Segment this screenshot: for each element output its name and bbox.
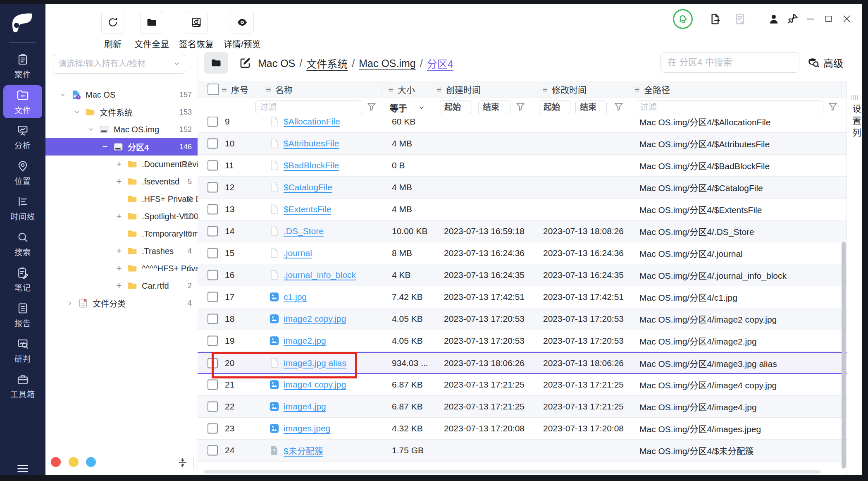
tree-item[interactable]: + .DocumentRevisi... 12	[45, 156, 198, 173]
table-row[interactable]: 24 $未分配簇 1.75 GB Mac OS.img/分区4/$未分配簇	[198, 440, 847, 462]
collapse-panel-icon[interactable]	[177, 457, 188, 468]
sig-restore-button[interactable]: 签名恢复	[179, 4, 214, 50]
file-name-link[interactable]: image2 copy.jpg	[284, 314, 346, 324]
sidebar-item-timeline[interactable]: 时间线	[3, 195, 42, 222]
tree-item[interactable]: Mac OS 157	[45, 86, 198, 103]
tree-expander[interactable]	[72, 109, 81, 115]
export-file-icon[interactable]	[708, 12, 722, 26]
tree-expander[interactable]	[65, 300, 74, 306]
file-name-link[interactable]: image4.jpg	[284, 402, 326, 412]
file-name-link[interactable]: image3.jpg alias	[284, 358, 346, 368]
edit-path-icon[interactable]	[239, 57, 251, 69]
chevron-down-icon[interactable]	[88, 126, 94, 133]
column-menu-icon[interactable]	[541, 86, 548, 93]
column-header-index[interactable]: 序号	[221, 81, 248, 98]
tree-item[interactable]: − 分区4 146	[45, 138, 198, 156]
chevron-down-icon[interactable]	[60, 91, 66, 98]
tree-item[interactable]: .HFS+ Private Dire... 0	[45, 190, 198, 208]
sidebar-item-case[interactable]: 案件	[3, 53, 42, 79]
column-menu-icon[interactable]	[436, 86, 443, 93]
table-row[interactable]: 14 .DS_Store 10.00 KB 2023-07-13 16:59:1…	[198, 220, 847, 242]
modified-end-input[interactable]	[575, 101, 607, 114]
table-row[interactable]: 15 .journal 8 MB 2023-07-13 16:24:36 202…	[198, 242, 847, 264]
path-funnel-icon[interactable]	[827, 101, 838, 112]
column-menu-icon[interactable]	[387, 86, 394, 93]
sidebar-item-research[interactable]: 研判	[3, 337, 42, 364]
row-checkbox[interactable]	[207, 380, 218, 390]
row-checkbox[interactable]	[207, 160, 218, 171]
hamburger-menu-icon[interactable]	[16, 462, 30, 475]
column-menu-icon[interactable]	[265, 86, 272, 93]
created-funnel-icon[interactable]	[515, 101, 526, 112]
file-name-link[interactable]: .journal_info_block	[284, 270, 356, 280]
file-name-link[interactable]: $ExtentsFile	[284, 204, 331, 214]
row-checkbox[interactable]	[207, 358, 218, 368]
show-all-button[interactable]: 文件全显	[134, 4, 169, 50]
tree-item[interactable]: .TemporaryItems 0	[45, 225, 198, 242]
sidebar-item-toolbox[interactable]: 工具箱	[3, 373, 42, 400]
row-checkbox[interactable]	[207, 139, 218, 149]
file-name-link[interactable]: c1.jpg	[284, 292, 307, 302]
table-row[interactable]: 9 $AllocationFile 60 KB Mac OS.img/分区4/$…	[198, 117, 847, 133]
modified-start-input[interactable]	[539, 101, 570, 114]
select-all-checkbox[interactable]	[207, 84, 219, 95]
tree-expander[interactable]	[86, 126, 95, 133]
tree-expander[interactable]: −	[100, 141, 110, 152]
row-checkbox[interactable]	[207, 314, 218, 324]
pin-icon[interactable]	[787, 12, 799, 25]
tree-expander[interactable]: +	[114, 263, 124, 274]
preview-button[interactable]: 详情/预览	[224, 4, 261, 50]
breadcrumb-segment[interactable]: Mac OS.img	[359, 57, 416, 69]
file-name-link[interactable]: image2.jpg	[284, 336, 326, 346]
row-checkbox[interactable]	[207, 182, 218, 193]
table-row[interactable]: 11 $BadBlockFile 0 B Mac OS.img/分区4/$Bad…	[198, 155, 847, 177]
breadcrumb-segment[interactable]: 文件系统	[306, 56, 348, 71]
row-checkbox[interactable]	[207, 336, 218, 346]
vertical-scrollbar-thumb[interactable]	[842, 242, 846, 469]
maximize-button[interactable]	[824, 14, 833, 24]
sidebar-item-file[interactable]: 文件	[3, 85, 42, 118]
sidebar-item-report[interactable]: 报告	[3, 302, 42, 328]
close-button[interactable]	[842, 14, 852, 24]
tree-expander[interactable]	[58, 91, 67, 98]
owner-filter-select[interactable]	[53, 54, 185, 74]
file-name-link[interactable]: $AttributesFile	[284, 139, 339, 148]
notification-bell-button[interactable]	[673, 9, 693, 29]
user-icon[interactable]	[768, 13, 780, 25]
search-input[interactable]	[661, 57, 793, 68]
name-filter-input[interactable]	[255, 101, 362, 114]
tree-expander[interactable]: +	[114, 211, 124, 222]
tree-expander[interactable]: +	[114, 246, 124, 256]
table-row[interactable]: 16 .journal_info_block 4 KB 2023-07-13 1…	[198, 264, 847, 286]
folder-view-button[interactable]	[204, 52, 228, 74]
file-name-link[interactable]: image4 copy.jpg	[284, 380, 346, 390]
owner-filter-input[interactable]	[53, 59, 173, 69]
created-start-input[interactable]	[440, 101, 472, 114]
grip-icon[interactable]	[851, 94, 859, 101]
row-checkbox[interactable]	[207, 248, 218, 258]
tree-item[interactable]: 文件分类 4	[45, 294, 198, 312]
row-checkbox[interactable]	[207, 445, 218, 456]
tree-item[interactable]: 文件系统 153	[45, 103, 198, 121]
tree-expander[interactable]: +	[114, 159, 124, 170]
sidebar-item-analysis[interactable]: 分析	[3, 124, 42, 151]
table-row[interactable]: 18 image2 copy.jpg 4.05 KB 2023-07-13 17…	[198, 308, 847, 330]
tag-dot-yellow[interactable]	[69, 457, 79, 467]
file-name-link[interactable]: $BadBlockFile	[284, 160, 339, 170]
column-header-path[interactable]: 全路径	[634, 81, 670, 98]
breadcrumb-segment[interactable]: 分区4	[427, 56, 453, 71]
column-header-name[interactable]: 名称	[265, 81, 293, 98]
file-name-link[interactable]: $AllocationFile	[284, 117, 340, 127]
file-name-link[interactable]: .journal	[284, 248, 312, 258]
tree-item[interactable]: Mac OS.img 152	[45, 121, 198, 138]
chevron-right-icon[interactable]	[67, 300, 73, 306]
table-row[interactable]: 20 image3.jpg alias 934.03 ... 2023-07-1…	[198, 352, 847, 374]
sidebar-item-location[interactable]: 位置	[3, 160, 42, 186]
table-row[interactable]: 21 image4 copy.jpg 6.87 KB 2023-07-13 17…	[198, 374, 847, 396]
minimize-button[interactable]	[806, 14, 816, 24]
table-row[interactable]: 19 image2.jpg 4.05 KB 2023-07-13 17:20:5…	[198, 330, 847, 352]
tree-expander[interactable]: +	[114, 280, 124, 291]
advanced-search-button[interactable]: 高级	[808, 55, 843, 70]
path-filter-input[interactable]	[636, 101, 823, 114]
name-funnel-icon[interactable]	[366, 101, 377, 112]
